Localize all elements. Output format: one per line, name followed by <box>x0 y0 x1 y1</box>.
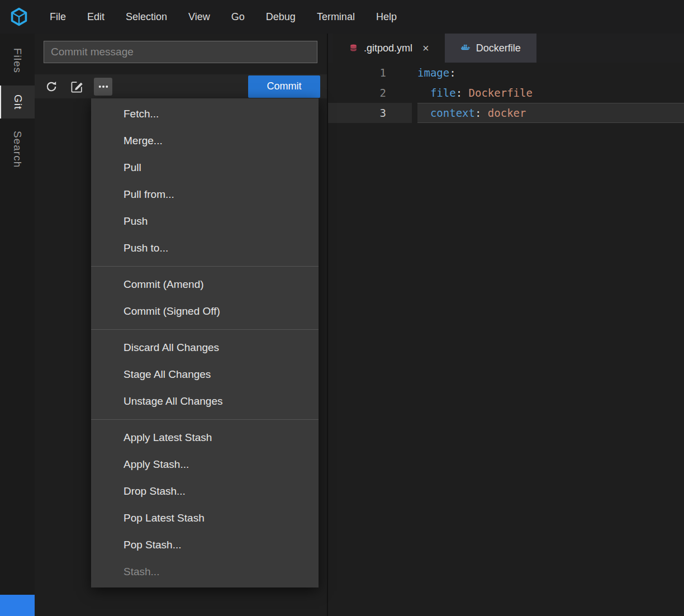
context-menu-item[interactable]: Discard All Changes <box>91 334 319 361</box>
activity-bar-item-files[interactable]: Files <box>0 39 35 82</box>
refresh-icon[interactable] <box>42 78 60 96</box>
context-menu-item[interactable]: Push to... <box>91 235 319 262</box>
context-menu-item[interactable]: Unstage All Changes <box>91 388 319 415</box>
tab-gitpod.yml[interactable]: .gitpod.yml× <box>332 34 445 63</box>
scm-toolbar: Commit <box>35 74 327 98</box>
bottom-left-accent <box>0 595 35 616</box>
context-menu-item[interactable]: Fetch... <box>91 101 319 127</box>
menubar-item-debug[interactable]: Debug <box>255 0 306 34</box>
menubar-items: FileEditSelectionViewGoDebugTerminalHelp <box>39 0 407 34</box>
context-menu-separator <box>91 419 319 420</box>
context-menu-item[interactable]: Apply Stash... <box>91 451 319 478</box>
context-menu-separator <box>91 266 319 267</box>
context-menu-item[interactable]: Merge... <box>91 127 319 154</box>
yaml-file-icon <box>348 43 358 53</box>
context-menu-item[interactable]: Pull <box>91 154 319 181</box>
menubar-item-terminal[interactable]: Terminal <box>306 0 365 34</box>
line-content: image: <box>417 63 684 83</box>
context-menu-item[interactable]: Drop Stash... <box>91 478 319 505</box>
context-menu-item[interactable]: Pop Latest Stash <box>91 505 319 532</box>
menubar-item-help[interactable]: Help <box>365 0 407 34</box>
context-menu-item[interactable]: Push <box>91 208 319 235</box>
tab-label: Dockerfile <box>476 42 521 54</box>
tab-dockerfile[interactable]: Dockerfile <box>445 34 536 63</box>
line-number: 2 <box>328 83 412 103</box>
menubar-item-edit[interactable]: Edit <box>77 0 115 34</box>
context-menu-item[interactable]: Stage All Changes <box>91 361 319 388</box>
context-menu-item[interactable]: Commit (Amend) <box>91 271 319 298</box>
activity-bar-items: FilesGitSearch <box>0 34 35 181</box>
context-menu-item[interactable]: Pull from... <box>91 181 319 208</box>
context-menu-item: Stash... <box>91 558 319 585</box>
menubar-item-file[interactable]: File <box>39 0 77 34</box>
close-tab-icon[interactable]: × <box>422 42 429 54</box>
code-area[interactable]: 1image:2 file: Dockerfile3 context: dock… <box>328 63 684 123</box>
context-menu-separator <box>91 329 319 330</box>
ide-window: FileEditSelectionViewGoDebugTerminalHelp… <box>0 0 684 616</box>
activity-bar: FilesGitSearch <box>0 34 35 616</box>
activity-bar-item-git[interactable]: Git <box>0 86 35 119</box>
tab-bar: .gitpod.yml×Dockerfile <box>328 34 684 63</box>
code-line[interactable]: 1image: <box>328 63 684 83</box>
commit-button[interactable]: Commit <box>248 75 320 98</box>
line-content: context: docker <box>417 103 684 123</box>
activity-bar-item-search[interactable]: Search <box>0 122 35 177</box>
menubar-item-view[interactable]: View <box>178 0 221 34</box>
editor: .gitpod.yml×Dockerfile 1image:2 file: Do… <box>327 34 684 616</box>
menubar-item-go[interactable]: Go <box>221 0 255 34</box>
context-menu-item[interactable]: Apply Latest Stash <box>91 424 319 451</box>
gitpod-logo-icon[interactable] <box>9 7 29 27</box>
more-actions-icon[interactable] <box>94 78 112 96</box>
line-content: file: Dockerfile <box>417 83 684 103</box>
context-menu: Fetch...Merge...PullPull from...PushPush… <box>91 98 319 587</box>
line-number: 3 <box>328 103 412 123</box>
menubar-item-selection[interactable]: Selection <box>115 0 178 34</box>
edit-commit-icon[interactable] <box>68 78 86 96</box>
menu-bar: FileEditSelectionViewGoDebugTerminalHelp <box>0 0 684 34</box>
code-line[interactable]: 2 file: Dockerfile <box>328 83 684 103</box>
context-menu-item[interactable]: Commit (Signed Off) <box>91 298 319 325</box>
docker-whale-icon <box>460 43 471 53</box>
tab-label: .gitpod.yml <box>364 42 412 54</box>
commit-message-input[interactable] <box>44 41 317 63</box>
line-number: 1 <box>328 63 412 83</box>
context-menu-item[interactable]: Pop Stash... <box>91 532 319 558</box>
code-line[interactable]: 3 context: docker <box>328 103 684 123</box>
